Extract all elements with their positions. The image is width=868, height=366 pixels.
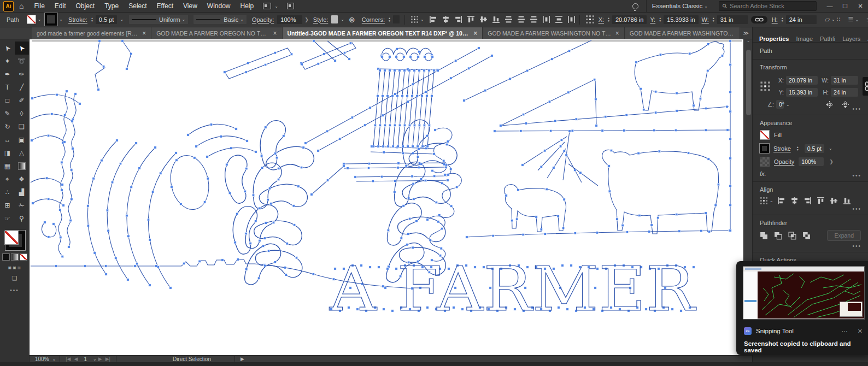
x-value[interactable]: 20.0786 in: [612, 15, 647, 24]
align-space-h-9[interactable]: [542, 15, 550, 23]
next-artboard-icon[interactable]: ▶: [98, 356, 102, 362]
illustrator-logo[interactable]: Ai: [3, 1, 14, 11]
align-al-r-2[interactable]: [804, 197, 812, 205]
align-more-options[interactable]: •••: [852, 206, 861, 212]
opacity-expand-icon[interactable]: ❯: [304, 17, 309, 22]
scroll-up-icon[interactable]: ⌃: [747, 40, 750, 45]
width-profile-dropdown[interactable]: Uniform⌄: [129, 15, 188, 24]
appearance-more-options[interactable]: •••: [852, 173, 861, 179]
document-tab[interactable]: GOD MADE A FARMER WASHINGTON TEXT R14: [625, 27, 740, 39]
fill-swatch[interactable]: [27, 15, 36, 24]
tab-close-icon[interactable]: ×: [142, 29, 146, 37]
corners-value[interactable]: [393, 15, 400, 23]
h-field[interactable]: 24 in: [831, 88, 858, 97]
flip-horizontal-icon[interactable]: [825, 101, 834, 109]
rotate-tool[interactable]: ↻: [1, 120, 15, 133]
stroke-label[interactable]: Stroke: [773, 145, 791, 152]
discover-icon[interactable]: [632, 3, 638, 9]
align-to-selection-icon[interactable]: ⌄: [409, 14, 426, 25]
document-tab[interactable]: GOD MADE A FARMER OREGON NO TEXT R14 DXF…: [151, 27, 282, 39]
rotation-field[interactable]: 0°: [776, 100, 784, 109]
blend-tool[interactable]: ❖: [15, 173, 29, 186]
shape-builder-tool[interactable]: ◨: [1, 146, 15, 160]
artboard-canvas[interactable]: A FARMER: [30, 39, 743, 355]
w-field[interactable]: 31 in: [831, 76, 858, 85]
artwork-text[interactable]: A FARMER: [329, 253, 697, 324]
restore-button[interactable]: ☐: [837, 0, 853, 12]
align-al-r-2[interactable]: [454, 15, 462, 23]
vector-paths[interactable]: [31, 40, 730, 289]
align-al-m-4[interactable]: [830, 197, 838, 205]
align-al-t-3[interactable]: [467, 15, 475, 23]
h-label[interactable]: H:: [772, 16, 778, 23]
scale-tool[interactable]: ❏: [15, 120, 29, 133]
zoom-dropdown-icon[interactable]: ⌄: [52, 357, 56, 362]
arrange-documents-icon[interactable]: ⌄: [263, 3, 278, 9]
style-label[interactable]: Style:: [313, 16, 329, 23]
menu-help[interactable]: Help: [236, 0, 259, 12]
align-al-b-5[interactable]: [492, 15, 500, 23]
stroke-weight-value[interactable]: 0.5 pt: [96, 15, 118, 24]
isolate-icon[interactable]: ∷: [837, 16, 841, 23]
toast-more-icon[interactable]: ⋯: [842, 328, 848, 335]
pathfinder-pf-minus-1[interactable]: [774, 232, 782, 240]
align-dist-v-8[interactable]: [530, 15, 538, 23]
menu-effect[interactable]: Effect: [152, 0, 178, 12]
pathfinder-more-options[interactable]: •••: [852, 243, 861, 249]
x-label[interactable]: X:: [599, 16, 604, 23]
stroke-stepper[interactable]: ▲▼: [91, 17, 93, 22]
align-dist-v-6[interactable]: [505, 15, 513, 23]
stroke-weight-field[interactable]: 0.5 pt: [805, 144, 824, 153]
eraser-tool[interactable]: ◊: [15, 107, 29, 120]
align-al-t-3[interactable]: [817, 197, 825, 205]
symbol-sprayer-tool[interactable]: ∴: [1, 186, 15, 199]
opacity-value[interactable]: 100%: [277, 15, 302, 24]
paintbrush-tool[interactable]: ✐: [15, 94, 29, 107]
brush-definition-dropdown[interactable]: Basic⌄: [193, 15, 247, 24]
artboard-dropdown-icon[interactable]: ⌄: [93, 357, 97, 362]
menu-view[interactable]: View: [178, 0, 202, 12]
reference-point-grid[interactable]: [760, 81, 771, 92]
align-al-c-1[interactable]: [442, 15, 450, 23]
transform-reference-icon[interactable]: [584, 14, 596, 25]
stroke-label[interactable]: Stroke:: [68, 16, 87, 23]
menu-type[interactable]: Type: [99, 0, 124, 12]
direct-selection-tool[interactable]: ➤: [15, 42, 29, 55]
toast-close-icon[interactable]: ✕: [858, 328, 863, 335]
first-artboard-icon[interactable]: |◀: [66, 356, 71, 362]
h-value[interactable]: 24 in: [786, 15, 817, 24]
share-screen-icon[interactable]: [287, 3, 296, 9]
y-value[interactable]: 15.3933 in: [664, 15, 698, 24]
draw-behind-icon[interactable]: ◙: [13, 265, 16, 270]
x-field[interactable]: 20.079 in: [786, 76, 818, 85]
pathfinder-pf-unite-0[interactable]: [760, 232, 768, 240]
tab-close-icon[interactable]: ×: [473, 29, 477, 37]
artboard-tool[interactable]: ⊞: [1, 199, 15, 212]
opacity-expand-icon[interactable]: ❯: [829, 159, 834, 164]
stroke-swatch[interactable]: [45, 13, 57, 26]
opacity-swatch[interactable]: [760, 157, 770, 167]
screenshot-thumbnail[interactable]: [743, 266, 865, 320]
opacity-label[interactable]: Opacity:: [252, 16, 274, 23]
zoom-level[interactable]: 100%: [35, 356, 49, 362]
corners-stepper[interactable]: ▲▼: [388, 17, 391, 22]
draw-inside-icon[interactable]: ◙: [17, 265, 20, 270]
zoom-tool[interactable]: ⚲: [15, 212, 29, 225]
selection-tool[interactable]: ➤: [1, 42, 15, 55]
constrain-proportions-icon[interactable]: [751, 16, 767, 23]
h-stepper[interactable]: ▲▼: [781, 17, 784, 22]
corners-label[interactable]: Corners:: [362, 16, 385, 23]
brush-library-icon[interactable]: ⊛: [349, 15, 355, 24]
panel-tab-image[interactable]: Image: [796, 36, 813, 42]
transform-more-options[interactable]: •••: [852, 106, 861, 112]
adobe-stock-search[interactable]: ⚲ Search Adobe Stock: [719, 1, 817, 11]
align-dist-v-7[interactable]: [517, 15, 525, 23]
w-stepper[interactable]: ▲▼: [712, 17, 715, 22]
close-button[interactable]: ✕: [853, 0, 868, 12]
eyedropper-tool[interactable]: ⌖: [1, 173, 15, 186]
tab-overflow-icon[interactable]: ≫: [740, 27, 752, 39]
tab-close-icon[interactable]: ×: [273, 29, 277, 37]
pencil-tool[interactable]: ✎: [1, 107, 15, 120]
width-tool[interactable]: ↔: [1, 133, 15, 146]
align-space-v-10[interactable]: [555, 15, 563, 23]
